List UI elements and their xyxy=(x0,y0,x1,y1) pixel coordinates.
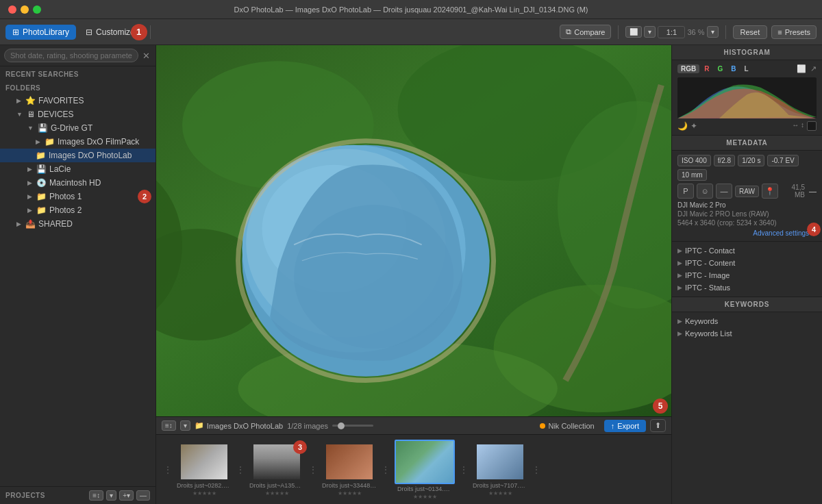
presets-label: Presets xyxy=(785,28,810,36)
thumb-label-2: Droits just~A1352.cr2 xyxy=(249,482,304,489)
close-button[interactable] xyxy=(8,5,16,14)
sidebar-item-photos-2[interactable]: ▶ 📁 Photos 2 xyxy=(0,203,155,217)
histogram-section: RGB R G B L ⬜ ↗ xyxy=(672,60,822,136)
thumb-image-1[interactable] xyxy=(179,443,229,481)
hist-tab-l[interactable]: L xyxy=(740,64,751,73)
hist-tab-r[interactable]: R xyxy=(701,64,712,73)
reset-button[interactable]: Reset xyxy=(733,25,768,39)
iptc-content-item[interactable]: ▶ IPTC - Content xyxy=(677,257,817,269)
sidebar-item-devices[interactable]: ▼ 🖥 DEVICES xyxy=(0,108,155,121)
thumb-2[interactable]: Droits just~A1352.cr2 ★★★★★ 3 xyxy=(249,443,304,496)
filmstrip-dots-3: ⋮ xyxy=(307,464,319,475)
histogram-tabs: RGB R G B L ⬜ ↗ xyxy=(677,64,817,73)
window-controls[interactable] xyxy=(8,5,41,14)
sidebar: ✕ RECENT SEARCHES FOLDERS ▶ ⭐ FAVORITES … xyxy=(0,45,156,504)
compare-button[interactable]: ⧉ Compare xyxy=(560,25,611,39)
sort-projects-button[interactable]: ≡↕ xyxy=(89,490,103,501)
export-button[interactable]: ↑ Export xyxy=(604,420,646,432)
sidebar-item-images-filmpack[interactable]: ▶ 📁 Images DxO FilmPack xyxy=(0,135,155,149)
g-drive-label: G-Drive GT xyxy=(51,123,92,133)
filmstrip-folder-name: Images DxO PhotoLab xyxy=(207,422,283,430)
zoom-fit-button[interactable]: ⬜ xyxy=(625,26,642,38)
zoom-slider-track[interactable] xyxy=(332,425,373,427)
exif-row-2: P ☺ — RAW 📍 41,5 MB — xyxy=(677,184,817,199)
devices-label: DEVICES xyxy=(38,110,74,119)
add-project-button[interactable]: +▾ xyxy=(119,490,134,501)
photo-library-button[interactable]: ⊞ PhotoLibrary xyxy=(5,25,76,40)
iptc-image-item[interactable]: ▶ IPTC - Image xyxy=(677,269,817,281)
device-name: DJI Mavic 2 Pro xyxy=(677,201,817,209)
thumb-3[interactable]: Droits just~33448.rw2 ★★★★★ xyxy=(322,443,377,496)
iptc-status-chevron: ▶ xyxy=(677,284,682,291)
zoom-dropdown-button[interactable]: ▾ xyxy=(644,26,656,38)
thumb-1[interactable]: Droits just~0282.DNG ★★★★★ xyxy=(177,443,232,496)
sidebar-item-lacie[interactable]: ▶ 💾 LaCie xyxy=(0,162,155,176)
sidebar-content: RECENT SEARCHES FOLDERS ▶ ⭐ FAVORITES ▼ … xyxy=(0,66,155,486)
toolbar-separator-3 xyxy=(725,25,726,39)
iso-badge: ISO 400 xyxy=(677,155,711,166)
keywords-chevron: ▶ xyxy=(677,318,682,325)
arrows-icon: ↔ ↕ xyxy=(792,121,804,131)
toolbar-separator-2 xyxy=(618,25,619,39)
projects-actions: ≡↕ ▾ +▾ — xyxy=(89,490,150,501)
face-icon-btn[interactable]: ☺ xyxy=(697,184,713,199)
main-layout: ✕ RECENT SEARCHES FOLDERS ▶ ⭐ FAVORITES … xyxy=(0,45,822,504)
share-button[interactable]: ⬆ xyxy=(650,419,666,432)
metadata-section: ISO 400 f/2.8 1/20 s -0.7 EV 10 mm P ☺ —… xyxy=(672,151,822,242)
histogram-expand-icon[interactable]: ↗ xyxy=(810,64,817,73)
favorites-label: FAVORITES xyxy=(38,96,84,105)
color-swatch-icon[interactable] xyxy=(807,121,817,131)
histogram-monitor-icon[interactable]: ⬜ xyxy=(797,64,806,73)
filmstrip-sort-button[interactable]: ≡↕ xyxy=(162,420,176,431)
clear-search-button[interactable]: ✕ xyxy=(141,51,151,61)
filmstrip-slider[interactable] xyxy=(332,425,373,427)
filmstrip-filter-button[interactable]: ▾ xyxy=(180,420,190,431)
zoom-controls: ⬜ ▾ 1:1 36 % ▾ xyxy=(625,26,718,38)
filmstrip-dots-2: ⋮ xyxy=(234,464,247,475)
aerial-lake-image xyxy=(156,45,671,416)
hist-tab-g[interactable]: G xyxy=(714,64,726,73)
presets-button[interactable]: ≡ Presets xyxy=(771,25,817,39)
nik-collection-button[interactable]: Nik Collection xyxy=(534,420,599,431)
zoom-slider-thumb[interactable] xyxy=(338,423,345,429)
thumb-image-5[interactable] xyxy=(475,443,525,481)
sidebar-item-macintosh[interactable]: ▶ 💿 Macintosh HD xyxy=(0,176,155,190)
sidebar-item-favorites[interactable]: ▶ ⭐ FAVORITES xyxy=(0,94,155,108)
hist-tab-rgb[interactable]: RGB xyxy=(677,64,699,73)
preview-icon-btn[interactable]: P xyxy=(677,184,694,199)
hist-tab-b[interactable]: B xyxy=(727,64,739,73)
more-projects-button[interactable]: — xyxy=(136,490,150,501)
sidebar-item-images-photolab[interactable]: 📁 Images DxO PhotoLab xyxy=(0,149,155,162)
projects-section-header: PROJECTS ≡↕ ▾ +▾ — xyxy=(0,486,155,504)
keywords-list-item[interactable]: ▶ Keywords List xyxy=(677,327,817,340)
keywords-item[interactable]: ▶ Keywords xyxy=(677,315,817,327)
disk-icon: 💿 xyxy=(36,178,47,188)
iptc-status-item[interactable]: ▶ IPTC - Status xyxy=(677,281,817,294)
location-icon-btn[interactable]: 📍 xyxy=(762,184,778,199)
nik-label: Nik Collection xyxy=(548,422,594,430)
thumb-image-4[interactable] xyxy=(395,440,455,484)
thumb-4[interactable]: Droits just~0134.DNG ★★★★★ xyxy=(395,440,455,500)
hdd-icon2: 💾 xyxy=(36,164,47,174)
search-input[interactable] xyxy=(4,49,138,62)
zoom-dropdown-button2[interactable]: ▾ xyxy=(707,26,719,38)
iptc-contact-item[interactable]: ▶ IPTC - Contact xyxy=(677,244,817,257)
maximize-button[interactable] xyxy=(33,5,41,14)
sidebar-item-g-drive[interactable]: ▼ 💾 G-Drive GT xyxy=(0,121,155,135)
toolbar-right-section: ⧉ Compare ⬜ ▾ 1:1 36 % ▾ Reset ≡ Presets xyxy=(560,25,817,39)
step-badge-5-container: 5 xyxy=(653,399,668,414)
chevron-right-icon4: ▶ xyxy=(27,179,32,186)
advanced-settings-link[interactable]: Advanced settings xyxy=(753,229,809,237)
dash-icon-btn[interactable]: — xyxy=(716,184,732,199)
thumb-image-3[interactable] xyxy=(325,443,374,481)
minimize-button[interactable] xyxy=(21,5,29,14)
step-badge-4: 4 xyxy=(807,223,821,236)
sidebar-item-shared[interactable]: ▶ 📤 SHARED xyxy=(0,217,155,231)
thumb-5[interactable]: Droits just~7107.ARW ★★★★★ xyxy=(473,443,527,496)
sidebar-item-photos-1[interactable]: ▶ 📁 Photos 1 2 xyxy=(0,190,155,203)
step-badge-3: 3 xyxy=(293,440,307,454)
filter-projects-button[interactable]: ▾ xyxy=(106,490,116,501)
chevron-right-icon5: ▶ xyxy=(27,193,32,200)
moon-icon: 🌙 xyxy=(677,121,688,131)
metadata-section-title: METADATA xyxy=(672,136,822,151)
